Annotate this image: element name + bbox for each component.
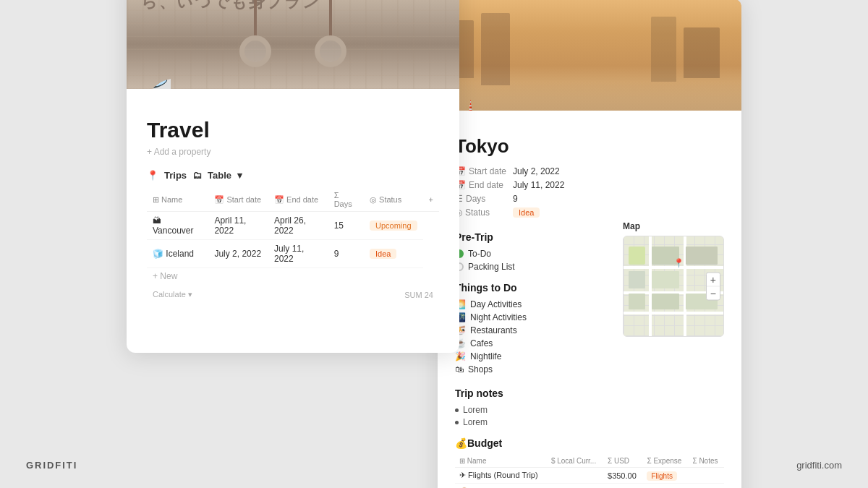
budget-row-local (547, 468, 603, 484)
start-date-label: 📅 Start date (455, 166, 507, 176)
shops: 🛍 Shops (455, 364, 611, 374)
nightlife-icon: 🎉 (455, 351, 466, 361)
budget-row-name: ✈ Flights (Round Trip) (455, 468, 547, 484)
budget-row-usd (603, 484, 642, 489)
cafe-label: Cafes (470, 338, 493, 348)
budget-table: ⊞ Name $ Local Curr... Σ USD Σ Expense Σ… (455, 455, 724, 488)
row-days: 9 (328, 240, 364, 268)
restaurant-label: Restaurants (470, 325, 517, 335)
tokyo-hero: 🗼 (438, 0, 741, 111)
note-1: Lorem (455, 405, 724, 415)
row-days: 15 (328, 212, 364, 240)
budget-row-notes (688, 468, 724, 484)
trips-section-header: 📍 Trips 🗂 Table ▾ (147, 170, 439, 181)
budget-row: ✈ Flights (Round Trip) $350.00 Flights (455, 468, 724, 484)
end-date-label: 📅 End date (455, 180, 507, 190)
days-value: 9 (513, 194, 518, 204)
tokyo-page-title: Tokyo (455, 135, 724, 158)
budget-col-local: $ Local Curr... (547, 455, 603, 468)
zoom-out-button[interactable]: − (707, 287, 720, 300)
trips-icon: 📍 (147, 170, 158, 181)
end-date-row: 📅 End date July 11, 2022 (455, 180, 724, 190)
page-title: Travel (147, 118, 439, 142)
days-label: ☰ Days (455, 194, 507, 204)
col-end-date: 📅 End date (268, 188, 328, 212)
flights-badge: Flights (647, 471, 676, 481)
budget-row-name: 🏨 Hotel (455, 484, 547, 489)
new-row-button[interactable]: + New (147, 268, 439, 284)
status-label: ◎ Status (455, 207, 507, 218)
cal2-icon: 📅 (274, 195, 284, 204)
night-activities: 🌃 Night Activities (455, 312, 611, 322)
budget-col-notes: Σ Notes (688, 455, 724, 468)
cafes: ☕ Cafes (455, 338, 611, 348)
bullet-icon (455, 408, 459, 412)
days-row: ☰ Days 9 (455, 194, 724, 204)
trips-table: ⊞ Name 📅 Start date 📅 End date Σ Days ◎ … (147, 188, 439, 268)
table-row: 🏔 Vancouver April 11, 2022 April 26, 202… (147, 212, 439, 240)
tokyo-emoji: 🗼 (458, 100, 483, 111)
day-label: Day Activities (470, 299, 522, 309)
row-start: April 11, 2022 (208, 212, 268, 240)
packing-item: Packing List (455, 262, 611, 272)
budget-row-expense: Flights (642, 468, 688, 484)
train-emoji: 🚄 (147, 78, 172, 89)
budget-col-usd: Σ USD (603, 455, 642, 468)
map-pin: 📍 (673, 258, 684, 268)
brand-right: gridfiti.com (796, 460, 842, 471)
brand-left: GRIDFITI (26, 460, 77, 471)
status-badge: Idea (513, 207, 540, 218)
todo-item: To-Do (455, 249, 611, 259)
zoom-in-button[interactable]: + (707, 273, 720, 287)
budget-col-name: ⊞ Name (455, 455, 547, 468)
col-start-date: 📅 Start date (208, 188, 268, 212)
budget-title: 💰Budget (455, 437, 724, 449)
note-2: Lorem (455, 417, 724, 427)
pre-trip-title: Pre-Trip (455, 231, 611, 243)
todo-label: To-Do (468, 249, 491, 259)
restaurants: 🍜 Restaurants (455, 325, 611, 335)
row-start: July 2, 2022 (208, 240, 268, 268)
budget-row-notes (688, 484, 724, 489)
chevron-down-icon[interactable]: ▾ (237, 170, 242, 181)
budget-col-expense: Σ Expense (642, 455, 688, 468)
budget-row-usd: $350.00 (603, 468, 642, 484)
add-property-button[interactable]: + Add a property (147, 147, 439, 157)
shops-label: Shops (468, 364, 493, 374)
day-activities: 🌅 Day Activities (455, 299, 611, 309)
budget-row-local (547, 484, 603, 489)
status-badge-upcoming: Upcoming (370, 221, 417, 231)
shops-icon: 🛍 (455, 364, 464, 374)
map-zoom-controls[interactable]: + − (706, 273, 720, 301)
budget-row: 🏨 Hotel (455, 484, 724, 489)
end-date-value: July 11, 2022 (513, 180, 564, 190)
col-status: ◎ Status (364, 188, 423, 212)
travel-card: ら、いつでも身プラン 🚄 Travel + Add a property (127, 0, 459, 353)
table-label[interactable]: Table (208, 170, 231, 181)
cal-icon: 📅 (214, 195, 224, 204)
map-title: Map (623, 221, 724, 231)
budget-row-expense (642, 484, 688, 489)
row-status: Idea (364, 240, 423, 268)
train-illustration (127, 0, 459, 89)
travel-hero: ら、いつでも身プラン 🚄 (127, 0, 459, 89)
table-row: 🧊 Iceland July 2, 2022 July 11, 2022 9 I… (147, 240, 439, 268)
status-badge-idea: Idea (370, 249, 396, 259)
col-add[interactable]: + (423, 188, 439, 212)
row-status: Upcoming (364, 212, 423, 240)
calculate-button[interactable]: Calculate ▾ (153, 290, 192, 299)
status-row: ◎ Status Idea (455, 207, 724, 218)
start-date-row: 📅 Start date July 2, 2022 (455, 166, 724, 176)
col-name: ⊞ Name (147, 188, 208, 212)
table-icon: 🗂 (192, 170, 202, 181)
packing-label: Packing List (468, 262, 515, 272)
col-days: Σ Days (328, 188, 364, 212)
bullet-icon (455, 421, 459, 424)
nightlife: 🎉 Nightlife (455, 351, 611, 361)
trip-notes-title: Trip notes (455, 388, 724, 399)
map-box[interactable]: 📍 + − (623, 236, 724, 337)
row-name: 🧊 Iceland (147, 240, 208, 268)
nightlife-label: Nightlife (470, 351, 501, 361)
table-footer: Calculate ▾ SUM 24 (147, 284, 439, 302)
row-name: 🏔 Vancouver (147, 212, 208, 240)
